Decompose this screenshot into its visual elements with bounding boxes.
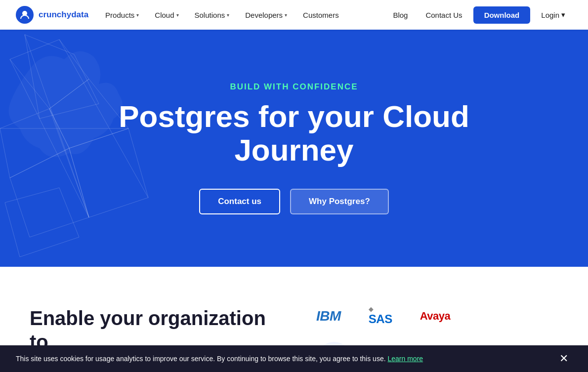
chevron-down-icon: ▾ — [136, 12, 139, 18]
svg-line-11 — [25, 35, 89, 217]
logo-text: crunchydata — [39, 10, 88, 20]
cookie-close-button[interactable]: ✕ — [555, 352, 572, 365]
hero-buttons: Contact us Why Postgres? — [119, 189, 469, 214]
chevron-down-icon: ▾ — [561, 10, 565, 19]
svg-marker-12 — [5, 188, 79, 257]
svg-marker-2 — [49, 79, 128, 148]
svg-line-6 — [10, 59, 89, 217]
logos-row-top: IBM ◆ SAS Avaya — [316, 306, 558, 326]
nav-item-developers[interactable]: Developers ▾ — [238, 7, 294, 23]
hero-eyebrow: BUILD WITH CONFIDENCE — [119, 82, 469, 92]
nav-blog-link[interactable]: Blog — [386, 7, 415, 23]
logo-sas: ◆ SAS — [369, 306, 392, 326]
nav-left: crunchydata Products ▾ Cloud ▾ Solutions… — [16, 6, 346, 24]
contact-us-button[interactable]: Contact us — [199, 189, 280, 214]
nav-item-solutions[interactable]: Solutions ▾ — [188, 7, 237, 23]
nav-right: Blog Contact Us Download Login ▾ — [386, 6, 572, 24]
chevron-down-icon: ▾ — [176, 12, 179, 18]
cookie-text: This site uses cookies for usage analyti… — [16, 355, 546, 363]
chevron-down-icon: ▾ — [227, 12, 229, 18]
logo-ibm: IBM — [316, 308, 341, 324]
logo-icon — [16, 6, 34, 24]
logo[interactable]: crunchydata — [16, 6, 88, 24]
login-button[interactable]: Login ▾ — [534, 6, 572, 23]
hero-content: BUILD WITH CONFIDENCE Postgres for your … — [119, 82, 469, 214]
cookie-banner: This site uses cookies for usage analyti… — [0, 345, 588, 372]
nav-item-customers[interactable]: Customers — [296, 7, 346, 23]
hero-section: BUILD WITH CONFIDENCE Postgres for your … — [0, 30, 588, 267]
hero-title: Postgres for your Cloud Journey — [119, 100, 469, 167]
nav-item-cloud[interactable]: Cloud ▾ — [148, 7, 185, 23]
chevron-down-icon: ▾ — [285, 12, 287, 18]
svg-marker-1 — [10, 40, 89, 109]
svg-marker-10 — [25, 35, 99, 119]
nav-item-products[interactable]: Products ▾ — [98, 7, 146, 23]
nav-contact-link[interactable]: Contact Us — [419, 7, 469, 23]
navigation: crunchydata Products ▾ Cloud ▾ Solutions… — [0, 0, 588, 30]
svg-line-9 — [49, 109, 89, 217]
svg-marker-3 — [0, 109, 69, 178]
svg-marker-5 — [10, 148, 89, 237]
cookie-learn-more-link[interactable]: Learn more — [387, 355, 423, 363]
logo-avaya: Avaya — [420, 310, 451, 323]
download-button[interactable]: Download — [473, 6, 531, 24]
why-postgres-button[interactable]: Why Postgres? — [290, 189, 389, 214]
